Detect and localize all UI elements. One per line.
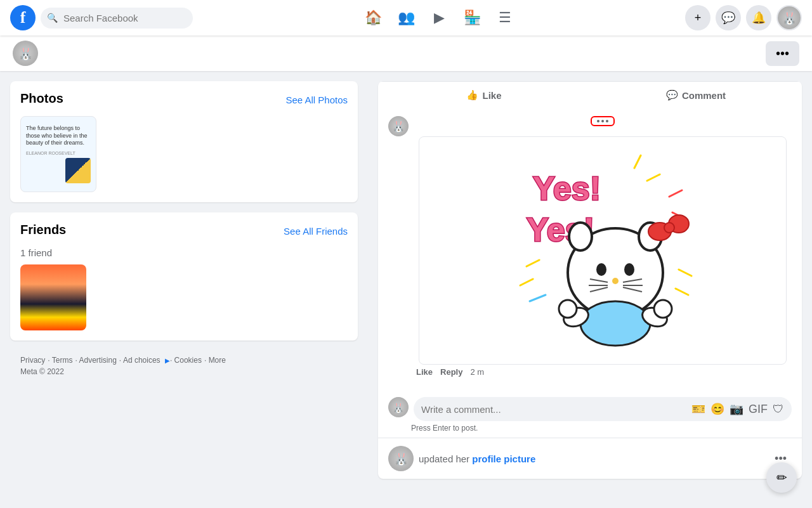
comment-content: Yes! Yes! [414, 116, 792, 377]
more-options-button[interactable]: ••• [766, 41, 799, 66]
compose-fab-icon: ✏ [776, 470, 787, 485]
photo-thumb-content: The future belongs to those who believe … [21, 117, 96, 192]
photos-title: Photos [20, 91, 63, 106]
svg-line-3 [647, 174, 660, 181]
marketplace-nav-button[interactable]: 🏪 [457, 3, 487, 33]
top-navigation: f 🔍 🏠 👥 ▶ 🏪 ☰ + 💬 🔔 🐰 [0, 0, 812, 36]
comment-actions: Like Reply 2 m [414, 367, 792, 377]
svg-point-29 [559, 300, 577, 318]
comment-timestamp: 2 m [470, 367, 484, 377]
like-icon: 👍 [466, 89, 478, 101]
commenter-avatar[interactable]: 🐰 [388, 116, 409, 136]
comment-input-wrap: 🎫 😊 📷 GIF 🛡 [414, 397, 792, 421]
see-all-photos-link[interactable]: See All Photos [285, 94, 348, 105]
like-action-button[interactable]: 👍 Like [378, 84, 590, 106]
friends-count: 1 friend [20, 247, 348, 258]
svg-line-9 [679, 270, 691, 276]
comment-reply-action[interactable]: Reply [440, 367, 462, 377]
dot-1 [597, 120, 599, 122]
search-wrapper: 🔍 [41, 8, 193, 29]
svg-point-12 [569, 223, 592, 251]
comment-action-button[interactable]: 💬 Comment [590, 84, 802, 106]
current-user-avatar-image: 🐰 [388, 397, 409, 417]
left-sidebar: Photos See All Photos The future belongs… [0, 71, 368, 508]
post-preview-avatar[interactable]: 🐰 [388, 446, 414, 471]
comment-item: 🐰 [388, 116, 792, 377]
menu-nav-button[interactable]: ☰ [490, 3, 520, 33]
comment-label: Comment [682, 90, 726, 101]
footer-privacy-link[interactable]: Privacy [20, 356, 45, 365]
photos-card-header: Photos See All Photos [20, 91, 348, 108]
svg-line-8 [530, 295, 546, 301]
dot-2 [601, 120, 604, 122]
footer-adchoices-link[interactable]: Ad choices [123, 356, 160, 365]
post-preview-avatar-image: 🐰 [388, 446, 414, 471]
footer-more-link[interactable]: More [209, 356, 226, 365]
gif-tool-button[interactable]: GIF [749, 403, 768, 416]
footer-cookies-link[interactable]: Cookies [174, 356, 202, 365]
messenger-button[interactable]: 💬 [716, 5, 741, 30]
nav-right: + 💬 🔔 🐰 [685, 5, 802, 30]
friends-card-header: Friends See All Friends [20, 223, 348, 240]
svg-line-6 [527, 260, 539, 266]
comment-input[interactable] [421, 404, 686, 415]
friends-nav-button[interactable]: 👥 [391, 3, 421, 33]
commenter-avatar-image: 🐰 [388, 116, 409, 136]
three-dots-menu-highlighted[interactable] [591, 116, 615, 126]
svg-line-7 [520, 279, 533, 285]
watch-nav-button[interactable]: ▶ [424, 3, 454, 33]
friends-card: Friends See All Friends 1 friend [10, 212, 358, 341]
comment-like-action[interactable]: Like [416, 367, 433, 377]
notifications-button[interactable]: 🔔 [746, 5, 771, 30]
create-button[interactable]: + [685, 5, 710, 30]
write-comment-row: 🐰 🎫 😊 📷 GIF 🛡 [378, 392, 802, 424]
profile-subnav-avatar[interactable]: 🐰 [13, 41, 38, 66]
post-container: 👍 Like 💬 Comment 🐰 [378, 81, 802, 479]
home-nav-button[interactable]: 🏠 [358, 3, 388, 33]
photo-thumbnail[interactable]: The future belongs to those who believe … [20, 116, 96, 192]
svg-point-16 [664, 223, 674, 233]
like-label: Like [482, 90, 501, 101]
photos-card: Photos See All Photos The future belongs… [10, 81, 358, 202]
current-user-avatar[interactable]: 🐰 [388, 397, 409, 417]
facebook-logo[interactable]: f [10, 5, 36, 30]
svg-point-19 [612, 278, 619, 284]
search-icon: 🔍 [47, 13, 58, 23]
user-avatar-image: 🐰 [778, 6, 801, 29]
sticker-svg: Yes! Yes! [508, 149, 698, 352]
search-input[interactable] [41, 8, 193, 29]
main-layout: Photos See All Photos The future belongs… [0, 71, 812, 508]
post-preview-action: updated her [419, 453, 472, 464]
footer-terms-link[interactable]: Terms [52, 356, 73, 365]
extra-tool-button[interactable]: 🛡 [773, 403, 784, 416]
friend-thumbnail[interactable] [20, 264, 86, 330]
post-preview-action-link[interactable]: profile picture [472, 453, 535, 464]
comment-section: 🐰 [378, 108, 802, 392]
photo-quote-text: The future belongs to those who believe … [26, 125, 91, 147]
photo-quote-author: ELEANOR ROOSEVELT [26, 151, 91, 155]
svg-line-4 [669, 190, 682, 197]
compose-fab-button[interactable]: ✏ [766, 462, 797, 493]
svg-line-2 [634, 155, 641, 168]
press-enter-hint: Press Enter to post. [378, 424, 802, 438]
friends-title: Friends [20, 223, 66, 237]
photo-tool-button[interactable]: 📷 [730, 402, 743, 416]
sticker-tool-button[interactable]: 🎫 [691, 402, 705, 416]
svg-line-10 [676, 289, 688, 295]
nav-center: 🏠 👥 ▶ 🏪 ☰ [193, 3, 685, 33]
more-dots-label: ••• [776, 46, 789, 61]
svg-point-30 [654, 300, 672, 318]
svg-point-18 [624, 263, 634, 276]
right-content: 👍 Like 💬 Comment 🐰 [368, 71, 812, 508]
footer-links: Privacy· Terms· Advertising· Ad choices … [20, 356, 348, 365]
profile-subnav-right: ••• [766, 41, 799, 66]
footer-advertising-link[interactable]: Advertising [79, 356, 116, 365]
post-action-bar: 👍 Like 💬 Comment [378, 81, 802, 108]
user-avatar-nav[interactable]: 🐰 [776, 5, 802, 30]
svg-point-17 [596, 263, 606, 276]
see-all-friends-link[interactable]: See All Friends [284, 226, 348, 237]
photo-accent-decoration [65, 158, 91, 183]
post-preview-row: 🐰 updated her profile picture ••• [378, 438, 802, 479]
profile-subnav-avatar-image: 🐰 [13, 41, 38, 66]
emoji-tool-button[interactable]: 😊 [710, 402, 724, 416]
